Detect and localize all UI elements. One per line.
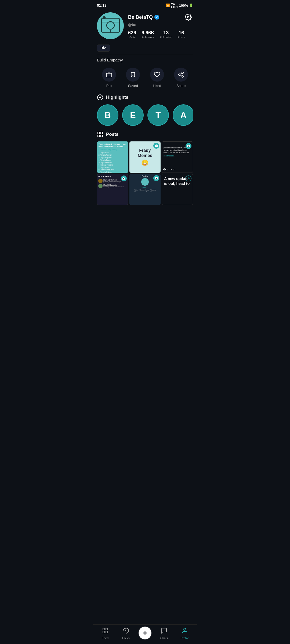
post-1-list: 1. Toyota IST2. Toyota Rumion3. Toyota S… (99, 151, 127, 173)
svg-point-12 (182, 76, 183, 77)
signal-icon: VOLTE1 (171, 2, 178, 9)
notif-1-avatar (98, 179, 103, 183)
saved-icon-circle (126, 68, 140, 82)
share-icon-circle (174, 68, 188, 82)
battery-text: 100% (179, 3, 188, 8)
post-card-4[interactable]: Notifications Humud Oxford purple_world … (97, 174, 128, 205)
svg-rect-20 (98, 135, 100, 137)
svg-point-6 (187, 16, 189, 18)
notif-2: Moshi Hussein moshi_hussein followed you (98, 184, 127, 188)
stats-row: 629 Visits 9.96K Followers 13 Following … (128, 30, 193, 39)
highlights-scroll[interactable]: B E T A (97, 104, 193, 127)
profile-handle: @be (128, 23, 193, 27)
post-5-camera-icon (153, 175, 159, 181)
status-time: 01:13 (97, 3, 107, 8)
status-icons: 📶 VOLTE1 100% 🔋 (166, 2, 193, 9)
svg-point-4 (103, 16, 106, 19)
svg-line-13 (180, 75, 182, 76)
notif-1-info: Humud Oxford purple_world followed you (103, 179, 122, 182)
notif-2-info: Moshi Hussein moshi_hussein followed you (103, 184, 124, 188)
svg-rect-19 (101, 132, 103, 134)
bio-text: Build Empathy (97, 58, 193, 62)
svg-rect-18 (98, 132, 100, 134)
post-card-3[interactable]: penda kifanyike katika timu yetu wapya w… (162, 141, 193, 173)
pro-label: Pro (106, 84, 112, 88)
share-label: Share (176, 84, 186, 88)
svg-point-11 (179, 74, 180, 75)
post-1-content: Top mentioned, discussed and most advert… (97, 141, 128, 173)
svg-line-14 (180, 73, 182, 74)
pro-icon-circle (102, 68, 116, 82)
post-4-camera-icon (121, 175, 127, 181)
notif-2-avatar (98, 184, 103, 188)
liked-label: Liked (153, 84, 161, 88)
saved-label: Saved (128, 84, 138, 88)
frady-title: FradyMemes (138, 148, 152, 158)
stat-following[interactable]: 13 Following (160, 30, 172, 39)
saved-button[interactable]: Saved (126, 68, 140, 88)
post-1-title: Top mentioned, discussed and most advert… (99, 143, 127, 148)
action-buttons: Pro Saved Liked Share (93, 65, 197, 92)
status-bar: 01:13 📶 VOLTE1 100% 🔋 (93, 0, 197, 10)
highlight-item-b[interactable]: B (97, 104, 118, 126)
liked-button[interactable]: Liked (150, 68, 164, 88)
posts-grid: Top mentioned, discussed and most advert… (97, 141, 193, 205)
posts-icon (97, 131, 103, 138)
share-button[interactable]: Share (174, 68, 188, 88)
profile-header: Be BetaTQ ✓ @be 629 Visits 9.96K Followe… (93, 10, 197, 42)
svg-point-22 (156, 145, 157, 147)
posts-title: Posts (106, 132, 118, 137)
profile-scr-metrics: Visits10 Followers Posts13 Following12 (130, 189, 160, 192)
highlights-section: Highlights B E T A (93, 92, 197, 129)
verified-badge: ✓ (154, 15, 159, 20)
profile-scr-handle: @be ✓ (130, 186, 160, 188)
post-3-stats: 💬 0 ➤ 0 (163, 168, 174, 171)
post-6-edit-icon: ⊘ (186, 175, 191, 181)
post-card-6[interactable]: ⊘ A new update is out, head to (162, 174, 193, 205)
pro-button[interactable]: Pro (102, 68, 116, 88)
bio-tag: Bio (97, 45, 110, 52)
post-1-period: ( March to May 2024 ) (99, 148, 127, 151)
svg-point-10 (182, 72, 183, 74)
post-card-2[interactable]: FradyMemes 😀 (129, 141, 161, 173)
profile-name: Be BetaTQ ✓ (128, 14, 159, 20)
battery-icon: 🔋 (189, 3, 193, 7)
svg-rect-21 (101, 135, 103, 137)
svg-point-23 (188, 146, 189, 147)
highlights-icon (97, 94, 103, 101)
stat-visits[interactable]: 629 Visits (128, 30, 136, 39)
post-3-camera-icon (186, 143, 191, 149)
highlight-item-e[interactable]: E (122, 104, 144, 126)
highlight-item-a[interactable]: A (173, 104, 193, 126)
avatar[interactable] (97, 12, 124, 39)
posts-section: Posts Top mentioned, discussed and most … (93, 129, 197, 207)
post-card-5[interactable]: Profile @be ✓ Visits10 Followers Posts13… (129, 174, 161, 205)
svg-point-24 (123, 178, 124, 179)
wifi-icon: 📶 (166, 3, 170, 7)
highlight-item-t[interactable]: T (147, 104, 169, 126)
liked-icon-circle (150, 68, 164, 82)
posts-header: Posts (97, 131, 193, 138)
stat-followers[interactable]: 9.96K Followers (142, 30, 154, 39)
post-3-handle: shaffihdauda (164, 155, 191, 157)
settings-button[interactable] (183, 12, 193, 22)
highlights-header: Highlights (97, 94, 193, 101)
bio-section: Bio Build Empathy (93, 42, 197, 65)
stat-posts[interactable]: 16 Posts (178, 30, 185, 39)
frady-emoji: 😀 (141, 159, 148, 166)
bio-divider (97, 55, 193, 55)
profile-info: Be BetaTQ ✓ @be 629 Visits 9.96K Followe… (128, 12, 193, 39)
highlights-title: Highlights (106, 95, 128, 100)
post-card-1[interactable]: Top mentioned, discussed and most advert… (97, 141, 128, 173)
svg-point-25 (156, 178, 157, 179)
